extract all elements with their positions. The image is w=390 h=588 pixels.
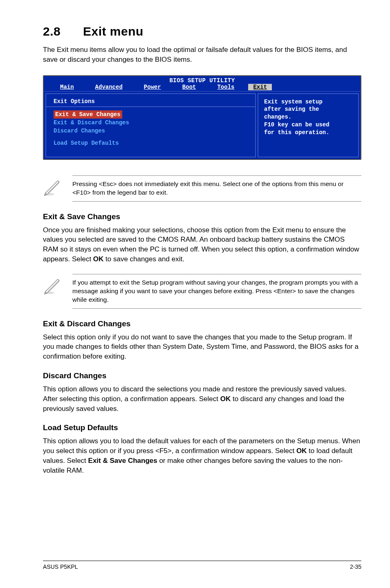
footer-right: 2-35 [350, 563, 361, 570]
bios-title: BIOS SETUP UTILITY [44, 76, 361, 84]
page-footer: ASUS P5KPL 2-35 [43, 561, 361, 570]
bios-item-exit-save: Exit & Save Changes [54, 110, 122, 119]
bios-left-header: Exit Options [54, 98, 248, 105]
bios-help-pane: Exit system setup after saving the chang… [258, 93, 359, 157]
intro-paragraph: The Exit menu items allow you to load th… [43, 45, 361, 65]
bios-tab-advanced: Advanced [90, 84, 128, 90]
bios-body: Exit Options Exit & Save Changes Exit & … [44, 91, 361, 159]
bios-help-line: changes. [264, 113, 352, 121]
heading-number: 2.8 [43, 25, 83, 38]
bios-tab-bar: Main Advanced Power Boot Tools Exit [44, 84, 361, 91]
bios-help-line: Exit system setup [264, 98, 352, 106]
svg-line-4 [47, 279, 58, 290]
note-text: If you attempt to exit the Setup program… [72, 274, 361, 308]
bios-help-line: after saving the [264, 105, 352, 113]
bios-help-line: for this operation. [264, 129, 352, 137]
section-body: Once you are finished making your select… [43, 225, 361, 264]
note-text: Pressing <Esc> does not immediately exit… [72, 176, 361, 201]
pencil-note-icon [43, 178, 62, 197]
bios-item-load-defaults: Load Setup Defaults [54, 139, 248, 147]
note-block: If you attempt to exit the Setup program… [43, 274, 361, 309]
section-heading-exit-save: Exit & Save Changes [43, 212, 361, 221]
note-block: Pressing <Esc> does not immediately exit… [43, 175, 361, 202]
section-heading-discard: Discard Changes [43, 371, 361, 380]
bios-tab-power: Power [139, 84, 166, 90]
svg-line-1 [47, 181, 58, 192]
svg-line-2 [48, 182, 59, 193]
footer-left: ASUS P5KPL [43, 563, 78, 570]
bios-tab-exit: Exit [248, 84, 272, 90]
bios-item-exit-discard: Exit & Discard Changes [54, 119, 248, 127]
page-heading: 2.8Exit menu [43, 25, 361, 38]
ok-label: OK [93, 255, 104, 263]
body-text: to save changes and exit. [103, 255, 184, 263]
bios-tab-tools: Tools [212, 84, 239, 90]
bios-tab-main: Main [55, 84, 79, 90]
ok-label: OK [220, 395, 231, 403]
section-body: This option allows you to discard the se… [43, 384, 361, 413]
heading-text: Exit menu [83, 25, 143, 38]
section-body: Select this option only if you do not wa… [43, 332, 361, 361]
pencil-note-icon [43, 276, 62, 295]
svg-line-5 [48, 281, 59, 292]
bios-screenshot: BIOS SETUP UTILITY Main Advanced Power B… [43, 75, 361, 160]
section-heading-load-defaults: Load Setup Defaults [43, 423, 361, 432]
exit-save-label: Exit & Save Changes [88, 457, 157, 465]
ok-label: OK [296, 447, 307, 455]
bios-item-discard: Discard Changes [54, 127, 248, 135]
section-heading-exit-discard: Exit & Discard Changes [43, 319, 361, 328]
body-text: Once you are finished making your select… [43, 226, 359, 263]
section-body: This option allows you to load the defau… [43, 436, 361, 475]
bios-left-pane: Exit Options Exit & Save Changes Exit & … [45, 93, 256, 157]
bios-help-line: F10 key can be used [264, 121, 352, 129]
bios-tab-boot: Boot [177, 84, 201, 90]
